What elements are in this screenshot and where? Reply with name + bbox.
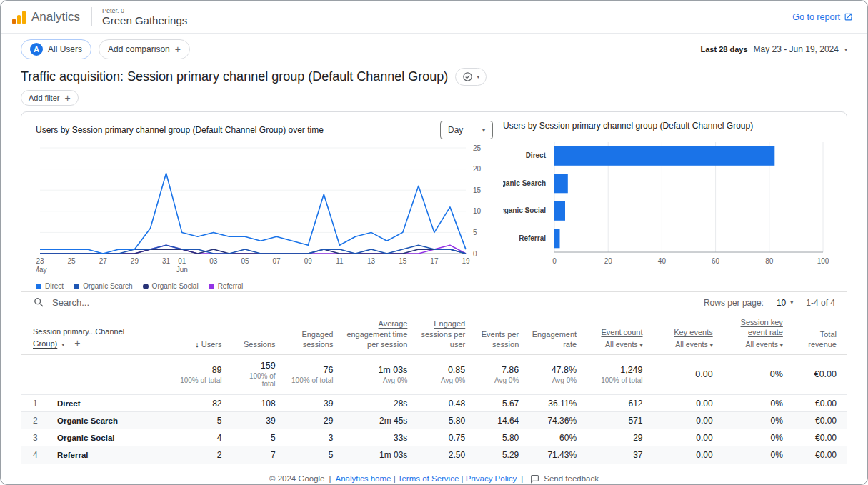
column-header-users[interactable]: ↓ Users: [170, 313, 232, 355]
column-event-filter[interactable]: All events ▾: [726, 340, 783, 350]
rows-per-page-select[interactable]: 10 ▾: [777, 298, 793, 308]
table-row-organic-search[interactable]: 2Organic Search539292m 45s5.8014.6474.36…: [21, 412, 847, 429]
column-header-events-per-session[interactable]: Events per session: [475, 313, 529, 355]
users-over-time-svg: 051015202523May2527293101Jun030507091113…: [36, 141, 493, 278]
date-range-picker[interactable]: Last 28 days May 23 - Jun 19, 2024 ▾: [701, 44, 847, 54]
send-feedback-link[interactable]: Send feedback: [530, 474, 599, 484]
bar-chart: 020406080100DirectOrganic SearchOrganic …: [503, 138, 832, 275]
legend-item-direct[interactable]: Direct: [36, 282, 64, 290]
svg-text:0: 0: [552, 257, 557, 265]
svg-text:Jun: Jun: [176, 266, 188, 274]
users-over-time-panel: Users by Session primary channel group (…: [36, 121, 493, 290]
property-switcher[interactable]: Peter. 0 Green Gatherings: [91, 7, 187, 27]
legend-item-referral[interactable]: Referral: [209, 282, 244, 290]
svg-text:0: 0: [473, 250, 477, 258]
column-header-engagement-rate[interactable]: Engagement rate: [529, 313, 587, 355]
svg-text:25: 25: [473, 144, 482, 152]
table-row-organic-social[interactable]: 3Organic Social45333s0.755.8060%290.000%…: [21, 429, 847, 446]
svg-text:Organic Search: Organic Search: [503, 179, 546, 187]
svg-text:80: 80: [765, 257, 774, 265]
granularity-value: Day: [448, 125, 463, 135]
svg-text:23: 23: [36, 257, 44, 265]
property-name: Green Gatherings: [102, 14, 187, 26]
svg-text:01: 01: [178, 257, 186, 265]
svg-text:60: 60: [712, 257, 720, 265]
column-header-total-revenue[interactable]: Total revenue: [793, 313, 847, 355]
table-row-referral[interactable]: 4Referral2751m 03s2.505.2971.43%370.000%…: [21, 446, 847, 464]
svg-text:09: 09: [304, 257, 313, 265]
footer: © 2024 Google | Analytics home | Terms o…: [1, 464, 867, 485]
analytics-logo-icon[interactable]: [12, 10, 26, 24]
column-event-filter[interactable]: All events ▾: [656, 340, 713, 350]
granularity-select[interactable]: Day ▾: [440, 121, 493, 139]
svg-text:25: 25: [68, 257, 76, 265]
page-title: Traffic acquisition: Session primary cha…: [21, 69, 448, 84]
all-users-label: All Users: [48, 44, 82, 54]
users-by-channel-panel: Users by Session primary channel group (…: [503, 121, 832, 290]
chevron-down-icon: ▾: [844, 46, 847, 53]
column-header-event-count[interactable]: Event countAll events ▾: [587, 313, 652, 355]
table-toolbar: Rows per page: 10 ▾ 1-4 of 4: [21, 292, 847, 313]
svg-text:20: 20: [604, 257, 613, 265]
go-to-report-link[interactable]: Go to report: [792, 12, 853, 22]
column-header-average-engagement-time-per-session[interactable]: Average engagement time per session: [343, 313, 417, 355]
svg-text:Organic Social: Organic Social: [503, 206, 546, 214]
add-comparison-label: Add comparison: [108, 44, 170, 54]
separator: |: [521, 474, 523, 483]
svg-text:03: 03: [209, 257, 218, 265]
report-validity-dropdown[interactable]: ▾: [455, 68, 487, 86]
svg-text:15: 15: [399, 257, 407, 265]
report-header: Traffic acquisition: Session primary cha…: [1, 65, 867, 87]
date-range-value: May 23 - Jun 19, 2024: [754, 44, 839, 54]
footer-link-privacy-policy[interactable]: Privacy Policy: [466, 474, 517, 483]
legend-item-organic-search[interactable]: Organic Search: [74, 282, 132, 290]
send-feedback-label: Send feedback: [544, 474, 599, 483]
top-bar: Analytics Peter. 0 Green Gatherings Go t…: [1, 1, 867, 34]
plus-icon: +: [175, 44, 181, 55]
svg-text:13: 13: [367, 257, 376, 265]
account-label: Peter. 0: [102, 7, 187, 14]
add-filter-label: Add filter: [29, 94, 59, 102]
legend-dot-icon: [143, 284, 149, 289]
svg-text:5: 5: [473, 229, 477, 236]
go-to-report-label: Go to report: [792, 12, 840, 22]
column-header-engaged-sessions-per-user[interactable]: Engaged sessions per user: [417, 313, 475, 355]
all-users-chip[interactable]: A All Users: [21, 39, 91, 59]
add-dimension-button[interactable]: +: [74, 337, 80, 349]
line-chart: 051015202523May2527293101Jun030507091113…: [36, 141, 493, 281]
svg-text:40: 40: [658, 257, 667, 265]
table-row-direct[interactable]: 1Direct821083928s0.485.6736.11%6120.000%…: [21, 395, 847, 412]
footer-link-terms-of-service[interactable]: Terms of Service: [398, 474, 459, 483]
search-input[interactable]: [52, 297, 281, 308]
svg-text:10: 10: [473, 207, 482, 215]
analytics-window: Analytics Peter. 0 Green Gatherings Go t…: [0, 0, 868, 485]
external-link-icon: [844, 12, 853, 21]
svg-text:05: 05: [241, 257, 249, 265]
date-preset-label: Last 28 days: [701, 45, 748, 54]
svg-text:11: 11: [336, 257, 344, 265]
app-name: Analytics: [31, 10, 80, 24]
svg-text:May: May: [36, 266, 46, 274]
comparison-bar: A All Users Add comparison + Last 28 day…: [1, 34, 867, 65]
column-event-filter[interactable]: All events ▾: [589, 340, 642, 350]
metrics-table: Session primary...Channel Group)▾+↓ User…: [21, 313, 847, 464]
svg-text:15: 15: [473, 186, 482, 194]
rows-per-page-label: Rows per page:: [704, 298, 764, 308]
column-header-key-events[interactable]: Key eventsAll events ▾: [653, 313, 723, 355]
chevron-down-icon: ▾: [482, 127, 485, 134]
column-header-engaged-sessions[interactable]: Engaged sessions: [286, 313, 344, 355]
charts-area: Users by Session primary channel group (…: [21, 112, 847, 291]
svg-text:100: 100: [817, 257, 829, 265]
separator: |: [329, 474, 331, 483]
column-header-session-key-event-rate[interactable]: Session key event rateAll events ▾: [723, 313, 793, 355]
separator: |: [459, 474, 465, 483]
dimension-header[interactable]: Session primary...Channel Group)▾+: [21, 313, 170, 355]
add-filter-chip[interactable]: Add filter +: [21, 90, 79, 106]
add-comparison-chip[interactable]: Add comparison +: [99, 39, 190, 59]
column-header-sessions[interactable]: Sessions: [232, 313, 286, 355]
bar-chart-title: Users by Session primary channel group (…: [503, 121, 832, 131]
legend-item-organic-social[interactable]: Organic Social: [143, 282, 199, 290]
copyright-text: © 2024 Google: [269, 474, 325, 483]
table-section: Rows per page: 10 ▾ 1-4 of 4 Session pri…: [21, 291, 847, 464]
footer-link-analytics-home[interactable]: Analytics home: [336, 474, 391, 483]
